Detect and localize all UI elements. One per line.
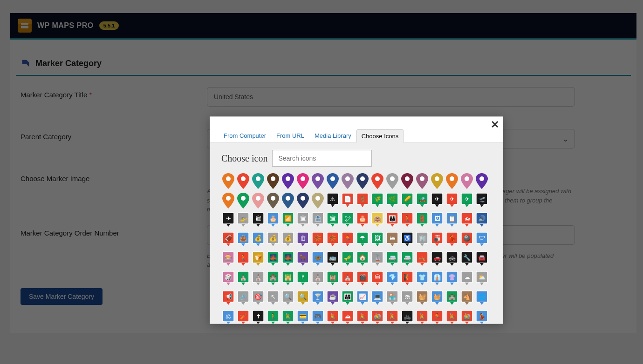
- marker-square-icon[interactable]: ✝: [251, 310, 265, 324]
- marker-square-icon[interactable]: 🚓: [445, 251, 459, 268]
- marker-square-icon[interactable]: ↖: [266, 290, 280, 307]
- marker-square-icon[interactable]: 🖼: [370, 232, 384, 249]
- marker-square-icon[interactable]: 🏢: [415, 232, 429, 249]
- search-icons-input[interactable]: [272, 150, 372, 167]
- marker-square-icon[interactable]: 🐂: [296, 251, 310, 268]
- marker-square-icon[interactable]: 🏏: [236, 310, 250, 324]
- marker-square-icon[interactable]: 🏪: [385, 290, 399, 307]
- marker-square-icon[interactable]: 🛏: [385, 232, 399, 249]
- marker-square-icon[interactable]: 🎂: [266, 212, 280, 229]
- marker-square-icon[interactable]: 🚶: [400, 212, 414, 229]
- marker-square-icon[interactable]: 🛫: [475, 193, 489, 209]
- marker-square-icon[interactable]: 💳: [296, 310, 310, 324]
- marker-square-icon[interactable]: ⛪: [341, 271, 355, 288]
- marker-square-icon[interactable]: 🦋: [311, 251, 325, 268]
- marker-square-icon[interactable]: 💻: [370, 290, 384, 307]
- tab-media-library[interactable]: Media Library: [309, 129, 356, 142]
- marker-square-icon[interactable]: 🕍: [326, 271, 340, 288]
- marker-pin-icon[interactable]: [251, 193, 265, 209]
- marker-pin-icon[interactable]: [221, 173, 235, 190]
- marker-pin-icon[interactable]: [415, 173, 429, 190]
- marker-square-icon[interactable]: 🚴: [445, 310, 459, 324]
- marker-square-icon[interactable]: 🖼: [430, 212, 444, 229]
- marker-square-icon[interactable]: 🏟: [400, 290, 414, 307]
- marker-pin-icon[interactable]: [296, 193, 310, 209]
- marker-square-icon[interactable]: 💰: [266, 232, 280, 249]
- marker-square-icon[interactable]: 🎺: [341, 251, 355, 268]
- marker-square-icon[interactable]: 🚴: [281, 310, 295, 324]
- marker-square-icon[interactable]: ✈: [221, 212, 235, 229]
- marker-square-icon[interactable]: 🚴: [356, 310, 369, 324]
- marker-square-icon[interactable]: 🔧: [460, 251, 474, 268]
- marker-square-icon[interactable]: 🎰: [221, 251, 235, 268]
- marker-pin-icon[interactable]: [311, 173, 325, 190]
- marker-pin-icon[interactable]: [356, 173, 369, 190]
- marker-square-icon[interactable]: 🎯: [251, 290, 265, 307]
- marker-square-icon[interactable]: 🌽: [400, 193, 414, 209]
- marker-square-icon[interactable]: 💰: [251, 232, 265, 249]
- marker-square-icon[interactable]: 📋: [445, 212, 459, 229]
- marker-square-icon[interactable]: 🏰: [266, 271, 280, 288]
- marker-square-icon[interactable]: 🐴: [460, 290, 474, 307]
- marker-pin-icon[interactable]: [475, 173, 489, 190]
- marker-square-icon[interactable]: 📄: [341, 193, 355, 209]
- marker-square-icon[interactable]: 🚘: [475, 251, 489, 268]
- marker-square-icon[interactable]: 📢: [221, 290, 235, 307]
- marker-pin-icon[interactable]: [221, 193, 235, 209]
- marker-square-icon[interactable]: ⛪: [251, 271, 265, 288]
- marker-square-icon[interactable]: 🚶: [266, 310, 280, 324]
- marker-square-icon[interactable]: 🏃: [341, 232, 355, 249]
- marker-square-icon[interactable]: 🚪: [356, 193, 369, 209]
- marker-pin-icon[interactable]: [341, 173, 355, 190]
- marker-square-icon[interactable]: ☕: [326, 290, 340, 307]
- marker-square-icon[interactable]: ✈: [460, 193, 474, 209]
- marker-square-icon[interactable]: 👜: [236, 232, 250, 249]
- marker-square-icon[interactable]: ⚠: [326, 193, 340, 209]
- marker-square-icon[interactable]: 🚐: [400, 251, 414, 268]
- marker-square-icon[interactable]: 🚴: [415, 310, 429, 324]
- marker-square-icon[interactable]: ⛰: [341, 310, 355, 324]
- marker-square-icon[interactable]: ⚖: [221, 310, 235, 324]
- marker-pin-icon[interactable]: [430, 173, 444, 190]
- tab-choose-icons[interactable]: Choose Icons: [356, 129, 404, 142]
- marker-square-icon[interactable]: 🏛: [296, 212, 310, 229]
- marker-pin-icon[interactable]: [445, 173, 459, 190]
- marker-square-icon[interactable]: 🚵: [370, 310, 384, 324]
- marker-square-icon[interactable]: 🏛: [251, 212, 265, 229]
- marker-square-icon[interactable]: 👔: [430, 271, 444, 288]
- marker-pin-icon[interactable]: [460, 173, 474, 190]
- marker-square-icon[interactable]: 🛡: [475, 232, 489, 249]
- marker-square-icon[interactable]: 🏀: [311, 232, 325, 249]
- marker-square-icon[interactable]: 🎬: [356, 271, 369, 288]
- marker-square-icon[interactable]: 🌿: [385, 193, 399, 209]
- marker-square-icon[interactable]: 🚶: [236, 251, 250, 268]
- marker-square-icon[interactable]: 🏈: [221, 232, 235, 249]
- marker-square-icon[interactable]: 🚜: [415, 193, 429, 209]
- marker-square-icon[interactable]: 🕊: [341, 212, 355, 229]
- marker-pin-icon[interactable]: [266, 193, 280, 209]
- marker-square-icon[interactable]: 🏰: [445, 290, 459, 307]
- marker-square-icon[interactable]: 🏛: [370, 271, 384, 288]
- marker-pin-icon[interactable]: [236, 173, 250, 190]
- marker-square-icon[interactable]: ☁: [460, 271, 474, 288]
- marker-square-icon[interactable]: 🔍: [296, 290, 310, 307]
- marker-square-icon[interactable]: 👪: [385, 212, 399, 229]
- marker-square-icon[interactable]: 🏨: [370, 212, 384, 229]
- marker-square-icon[interactable]: 🍞: [251, 251, 265, 268]
- close-icon[interactable]: ✕: [491, 119, 499, 131]
- marker-square-icon[interactable]: ⛪: [311, 271, 325, 288]
- marker-square-icon[interactable]: 🔍: [281, 290, 295, 307]
- marker-square-icon[interactable]: 🌾: [370, 193, 384, 209]
- marker-square-icon[interactable]: 🏛: [326, 212, 340, 229]
- marker-square-icon[interactable]: 💎: [385, 271, 399, 288]
- marker-square-icon[interactable]: 🧗: [400, 271, 414, 288]
- marker-square-icon[interactable]: 🔊: [475, 212, 489, 229]
- marker-square-icon[interactable]: 👕: [415, 271, 429, 288]
- marker-square-icon[interactable]: 👚: [445, 271, 459, 288]
- marker-square-icon[interactable]: 🚴: [326, 310, 340, 324]
- marker-pin-icon[interactable]: [400, 173, 414, 190]
- marker-square-icon[interactable]: 🏦: [311, 212, 325, 229]
- marker-square-icon[interactable]: 🏃: [430, 310, 444, 324]
- marker-pin-icon[interactable]: [281, 193, 295, 209]
- marker-square-icon[interactable]: 🧺: [430, 290, 444, 307]
